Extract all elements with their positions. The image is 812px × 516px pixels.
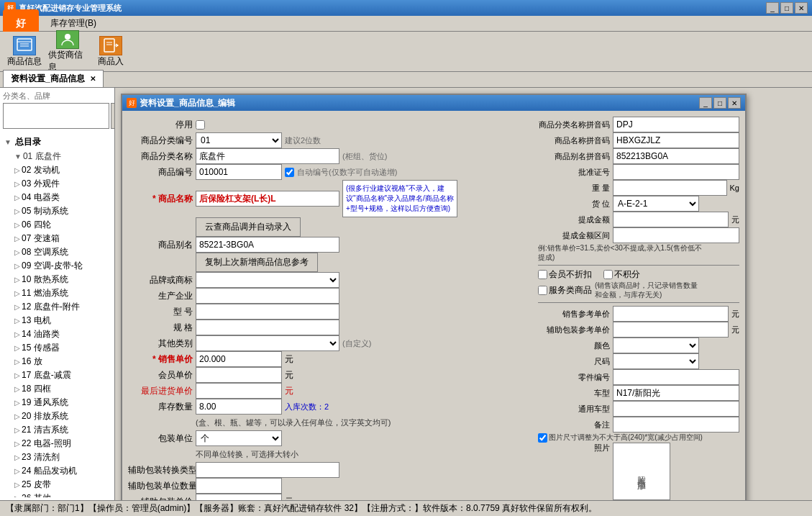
photo-btn[interactable]: 照片 点击 添加 (613, 443, 670, 500)
minimize-button[interactable]: _ (766, 2, 779, 14)
stop-use-checkbox[interactable] (196, 120, 205, 130)
dialog-minimize[interactable]: _ (699, 97, 712, 109)
tree-node-04[interactable]: ▷04 电器类 (3, 191, 111, 204)
color-select[interactable] (613, 338, 699, 353)
tab-close-icon[interactable]: ✕ (90, 75, 96, 83)
tree-root[interactable]: ▼ 总目录 (3, 135, 111, 150)
last-buy-price-input[interactable] (196, 383, 282, 399)
tree-node-02[interactable]: ▷02 发动机 (3, 163, 111, 177)
brand-select[interactable] (196, 272, 339, 288)
no-discount-label[interactable]: 会员不折扣 (538, 268, 592, 281)
tree-node-13[interactable]: ▷13 电机 (3, 314, 111, 327)
tab-product-info[interactable]: 资料设置_商品信息 ✕ (3, 70, 104, 87)
product-alias-input[interactable] (196, 237, 339, 253)
stock-input[interactable] (196, 399, 282, 415)
approval-no-input[interactable] (613, 164, 739, 180)
category-name-input[interactable] (196, 148, 339, 164)
service-type-hint: (销售该商品时，只记录销售数量和金额，与库存无关) (595, 281, 703, 299)
package-unit-select[interactable]: 个 (196, 430, 282, 446)
dialog-close[interactable]: ✕ (728, 97, 741, 109)
spec-input[interactable] (196, 320, 339, 335)
car-model-input[interactable] (613, 385, 739, 401)
maximize-button[interactable]: □ (780, 2, 793, 14)
dialog-maximize[interactable]: □ (713, 97, 726, 109)
location-row: 货 位 A-E-2-1 (538, 196, 739, 212)
copy-last-btn[interactable]: 复制上次新增商品信息参考 (196, 253, 318, 272)
size-select[interactable] (613, 353, 699, 369)
name-pinyin-input[interactable] (613, 132, 739, 148)
service-type-row: 服务类商品 (销售该商品时，只记录销售数量和金额，与库存无关) (538, 281, 739, 299)
photo-resize-checkbox[interactable] (538, 433, 547, 443)
tree-node-08[interactable]: ▷08 空调系统 (3, 245, 111, 259)
tree-node-26[interactable]: ▷26 其他 (3, 492, 111, 497)
tree-node-24[interactable]: ▷24 船品发动机 (3, 464, 111, 478)
category-code-select[interactable]: 01 (196, 132, 282, 148)
no-points-label[interactable]: 不积分 (603, 268, 640, 281)
tree-node-21[interactable]: ▷21 清吉系统 (3, 423, 111, 437)
member-price-input[interactable] (196, 367, 282, 383)
aux-price-input[interactable] (196, 494, 282, 500)
sale-price-input[interactable] (196, 351, 282, 367)
alias-pinyin-input[interactable] (613, 148, 739, 164)
commission-range-input[interactable] (613, 227, 739, 243)
app-body: 好 库存管理(B) 商品信息 供货商信息 商品入 资料设置_商品信息 ✕ (0, 16, 812, 516)
sidebar-filter-label: 分类名、品牌 (3, 91, 111, 101)
approval-no-label: 批准证号 (538, 167, 610, 178)
tree-node-07[interactable]: ▷07 变速箱 (3, 232, 111, 245)
tree-node-20[interactable]: ▷20 排放系统 (3, 409, 111, 423)
service-type-checkbox[interactable] (538, 286, 547, 295)
last-buy-price-label: 最后进货单价 (128, 385, 193, 397)
sale-ref-input[interactable] (613, 306, 729, 322)
tree-node-10[interactable]: ▷10 散热系统 (3, 273, 111, 286)
location-select[interactable]: A-E-2-1 (613, 196, 699, 212)
no-points-checkbox[interactable] (603, 270, 613, 279)
tree-node-15[interactable]: ▷15 传感器 (3, 341, 111, 355)
category-pinyin-input[interactable] (613, 117, 739, 132)
tree-node-19[interactable]: ▷19 通风系统 (3, 396, 111, 409)
weight-input[interactable] (613, 180, 727, 196)
toolbar-product-entry[interactable]: 商品入 (89, 34, 132, 70)
entry-hint-text: (盒、根、瓶、罐等，可以录入任何单位，汉字英文均可) (196, 417, 426, 428)
sidebar-search-input[interactable] (3, 103, 109, 129)
brand-row: 品牌或商标 (128, 272, 532, 288)
menu-item-inventory[interactable]: 库存管理(B) (45, 16, 102, 31)
tree-node-17[interactable]: ▷17 底盘-减震 (3, 368, 111, 382)
tree-node-09[interactable]: ▷09 空调-皮带-轮 (3, 259, 111, 273)
auto-number-checkbox[interactable] (285, 168, 294, 177)
tree-node-05[interactable]: ▷05 制动系统 (3, 204, 111, 218)
tree-node-12[interactable]: ▷12 底盘件-附件 (3, 300, 111, 314)
tree-node-25[interactable]: ▷25 皮带 (3, 478, 111, 492)
toolbar-product-info[interactable]: 商品信息 (3, 34, 46, 70)
remarks-input[interactable] (613, 417, 739, 433)
tree-node-03[interactable]: ▷03 外观件 (3, 177, 111, 191)
aux-ref-input[interactable] (613, 322, 729, 338)
tree-node-22[interactable]: ▷22 电器-照明 (3, 437, 111, 451)
toolbar-product-label: 商品信息 (7, 55, 42, 68)
tree-node-11[interactable]: ▷11 燃油系统 (3, 286, 111, 300)
tree-node-14[interactable]: ▷14 油路类 (3, 327, 111, 341)
tree-node-01[interactable]: ▼01 底盘件 (3, 150, 111, 163)
tree-node-18[interactable]: ▷18 四框 (3, 382, 111, 396)
copy-btn-row: 复制上次新增商品信息参考 (128, 253, 532, 272)
tree-node-23[interactable]: ▷23 清洗剂 (3, 451, 111, 464)
product-name-input[interactable] (196, 191, 339, 207)
tree-node-16[interactable]: ▷16 放 (3, 355, 111, 368)
aux-qty-input[interactable] (196, 478, 282, 494)
commission-input[interactable] (613, 212, 729, 227)
close-button[interactable]: ✕ (795, 2, 808, 14)
tree-node-06[interactable]: ▷06 四轮 (3, 218, 111, 232)
color-row: 颜色 (538, 338, 739, 353)
universal-model-input[interactable] (613, 401, 739, 417)
model-input[interactable] (196, 304, 339, 320)
product-code-input[interactable] (196, 164, 282, 180)
aux-type-input[interactable] (196, 462, 339, 478)
part-no-input[interactable] (613, 369, 739, 385)
other-category-select[interactable] (196, 335, 339, 351)
service-type-label[interactable]: 服务类商品 (538, 284, 592, 297)
manufacturer-input[interactable] (196, 288, 339, 304)
auto-number-hint: 自动编号(仅数字可自动递增) (297, 167, 397, 178)
no-discount-checkbox[interactable] (538, 270, 547, 279)
toolbar-supplier-info[interactable]: 供货商信息 (46, 34, 89, 70)
aux-ref-label: 辅助包装参考单价 (538, 325, 610, 335)
cloud-query-btn[interactable]: 云查商品调并自动录入 (196, 217, 301, 237)
